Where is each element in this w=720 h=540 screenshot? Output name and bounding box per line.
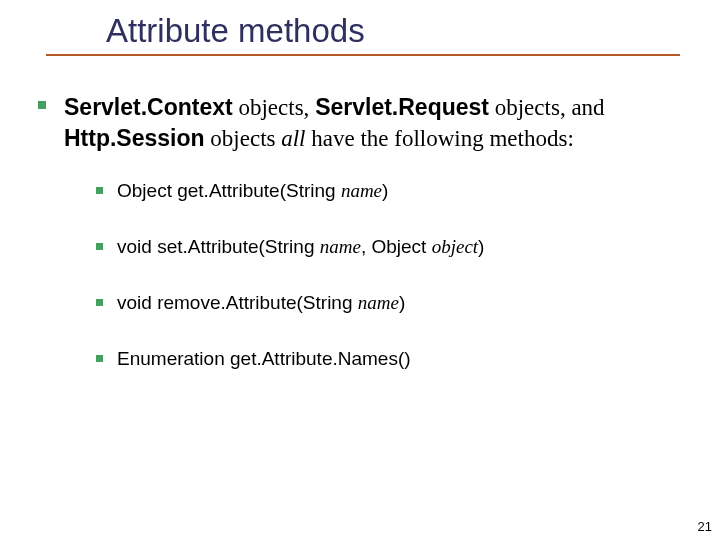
method-list: Object get.Attribute(String name) void s… — [96, 180, 690, 370]
method-get-attribute: Object get.Attribute(String name) — [117, 180, 388, 202]
bullet-icon — [96, 243, 103, 250]
param-name: name — [320, 236, 361, 257]
param-object: object — [432, 236, 478, 257]
list-item: void set.Attribute(String name, Object o… — [96, 236, 690, 258]
param-name: name — [341, 180, 382, 201]
list-item: Object get.Attribute(String name) — [96, 180, 690, 202]
title-bar: Attribute methods — [46, 12, 680, 56]
page-number: 21 — [698, 519, 712, 534]
method-remove-attribute: void remove.Attribute(String name) — [117, 292, 405, 314]
method-get-attribute-names: Enumeration get.Attribute.Names() — [117, 348, 411, 370]
text: ) — [399, 292, 405, 313]
text: ) — [478, 236, 484, 257]
list-item: Enumeration get.Attribute.Names() — [96, 348, 690, 370]
term-http-session: Http.Session — [64, 125, 205, 151]
bullet-icon — [96, 187, 103, 194]
text: objects, — [233, 95, 315, 120]
text: void set.Attribute(String — [117, 236, 320, 257]
text: void remove.Attribute(String — [117, 292, 358, 313]
slide-body: Servlet.Context objects, Servlet.Request… — [38, 92, 690, 404]
bullet-icon — [38, 101, 46, 109]
method-set-attribute: void set.Attribute(String name, Object o… — [117, 236, 484, 258]
bullet-icon — [96, 355, 103, 362]
param-name: name — [358, 292, 399, 313]
term-servlet-context: Servlet.Context — [64, 94, 233, 120]
emph-all: all — [281, 126, 305, 151]
text: objects — [205, 126, 282, 151]
bullet-icon — [96, 299, 103, 306]
term-servlet-request: Servlet.Request — [315, 94, 489, 120]
text: ) — [382, 180, 388, 201]
intro-paragraph: Servlet.Context objects, Servlet.Request… — [38, 92, 690, 154]
list-item: void remove.Attribute(String name) — [96, 292, 690, 314]
text: have the following methods: — [306, 126, 574, 151]
slide-title: Attribute methods — [46, 12, 680, 56]
text: objects, and — [489, 95, 605, 120]
text: , Object — [361, 236, 432, 257]
text: Object get.Attribute(String — [117, 180, 341, 201]
intro-text: Servlet.Context objects, Servlet.Request… — [64, 92, 690, 154]
slide: Attribute methods Servlet.Context object… — [0, 0, 720, 540]
